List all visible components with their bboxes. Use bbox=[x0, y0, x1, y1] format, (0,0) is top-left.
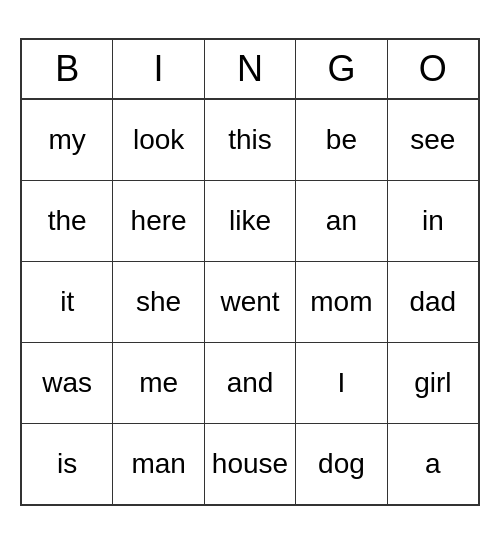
bingo-cell: in bbox=[388, 181, 478, 261]
bingo-cell: I bbox=[296, 343, 387, 423]
bingo-row: mylookthisbesee bbox=[22, 100, 478, 181]
bingo-cell: look bbox=[113, 100, 204, 180]
bingo-row: wasmeandIgirl bbox=[22, 343, 478, 424]
bingo-cell: and bbox=[205, 343, 296, 423]
bingo-header: BINGO bbox=[22, 40, 478, 100]
bingo-cell: dog bbox=[296, 424, 387, 504]
bingo-cell: this bbox=[205, 100, 296, 180]
bingo-cell: it bbox=[22, 262, 113, 342]
header-letter: G bbox=[296, 40, 387, 98]
bingo-cell: see bbox=[388, 100, 478, 180]
bingo-cell: man bbox=[113, 424, 204, 504]
bingo-row: ismanhousedoga bbox=[22, 424, 478, 504]
bingo-cell: is bbox=[22, 424, 113, 504]
bingo-cell: like bbox=[205, 181, 296, 261]
bingo-cell: she bbox=[113, 262, 204, 342]
bingo-row: itshewentmomdad bbox=[22, 262, 478, 343]
bingo-cell: the bbox=[22, 181, 113, 261]
bingo-cell: girl bbox=[388, 343, 478, 423]
header-letter: O bbox=[388, 40, 478, 98]
bingo-body: mylookthisbeseetheherelikeaninitshewentm… bbox=[22, 100, 478, 504]
header-letter: B bbox=[22, 40, 113, 98]
bingo-row: theherelikeanin bbox=[22, 181, 478, 262]
bingo-cell: was bbox=[22, 343, 113, 423]
bingo-card: BINGO mylookthisbeseetheherelikeaninitsh… bbox=[20, 38, 480, 506]
bingo-cell: went bbox=[205, 262, 296, 342]
bingo-cell: be bbox=[296, 100, 387, 180]
bingo-cell: here bbox=[113, 181, 204, 261]
bingo-cell: me bbox=[113, 343, 204, 423]
bingo-cell: an bbox=[296, 181, 387, 261]
bingo-cell: my bbox=[22, 100, 113, 180]
bingo-cell: dad bbox=[388, 262, 478, 342]
bingo-cell: a bbox=[388, 424, 478, 504]
bingo-cell: mom bbox=[296, 262, 387, 342]
header-letter: I bbox=[113, 40, 204, 98]
bingo-cell: house bbox=[205, 424, 296, 504]
header-letter: N bbox=[205, 40, 296, 98]
